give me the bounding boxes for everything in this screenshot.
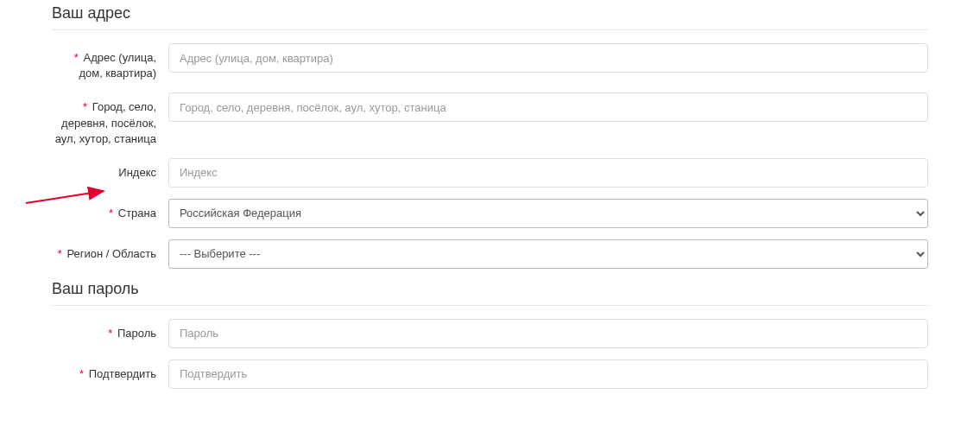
required-marker: * [79, 367, 84, 380]
label-index: Индекс [52, 158, 168, 181]
label-city: * Город, село, деревня, посёлок, аул, ху… [52, 92, 168, 147]
label-address: * Адрес (улица, дом, квартира) [52, 43, 168, 81]
confirm-input[interactable] [168, 359, 928, 389]
required-marker: * [74, 51, 79, 64]
section-title-password: Ваш пароль [52, 280, 928, 298]
password-input[interactable] [168, 319, 928, 348]
label-text-password: Пароль [117, 327, 156, 340]
country-select[interactable]: Российская Федерация [168, 199, 928, 228]
divider [52, 29, 928, 30]
row-city: * Город, село, деревня, посёлок, аул, ху… [52, 92, 928, 147]
row-country: * Страна Российская Федерация [52, 199, 928, 228]
row-index: Индекс [52, 158, 928, 188]
index-input[interactable] [168, 158, 928, 188]
divider [52, 305, 928, 306]
row-password: * Пароль [52, 319, 928, 348]
required-marker: * [108, 327, 112, 340]
label-text-country: Страна [118, 207, 156, 220]
label-country: * Страна [52, 199, 168, 221]
required-marker: * [83, 100, 87, 113]
section-title-address: Ваш адрес [52, 4, 928, 22]
row-address: * Адрес (улица, дом, квартира) [52, 43, 928, 81]
required-marker: * [58, 247, 62, 260]
label-text-city: Город, село, деревня, посёлок, аул, хуто… [55, 100, 156, 144]
label-text-address: Адрес (улица, дом, квартира) [79, 51, 156, 80]
label-text-confirm: Подтвердить [89, 367, 156, 380]
address-input[interactable] [168, 43, 928, 73]
row-confirm: * Подтвердить [52, 359, 928, 389]
row-region: * Регион / Область --- Выберите --- [52, 239, 928, 269]
label-region: * Регион / Область [52, 239, 168, 262]
label-text-index: Индекс [118, 166, 156, 179]
label-password: * Пароль [52, 319, 168, 341]
city-input[interactable] [168, 92, 928, 122]
region-select[interactable]: --- Выберите --- [168, 239, 928, 269]
label-text-region: Регион / Область [66, 247, 156, 260]
required-marker: * [109, 207, 113, 220]
label-confirm: * Подтвердить [52, 359, 168, 382]
